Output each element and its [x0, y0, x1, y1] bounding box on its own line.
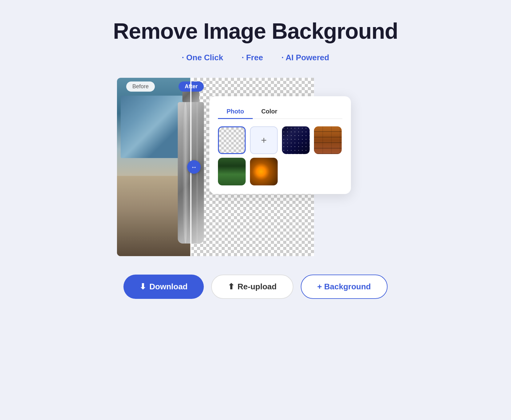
main-content: Before After Photo Color + — [117, 78, 394, 256]
feature-free: · Free — [242, 53, 263, 62]
before-label: Before — [126, 81, 155, 92]
feature-ai: · AI Powered — [281, 53, 329, 62]
bg-thumb-transparent[interactable] — [218, 126, 246, 154]
background-label: + Background — [317, 282, 371, 291]
bg-thumb-bokeh[interactable] — [250, 158, 278, 185]
download-icon: ⬇ — [139, 282, 146, 291]
tab-color[interactable]: Color — [253, 105, 286, 119]
features-row: · One Click · Free · AI Powered — [182, 53, 329, 62]
reupload-button[interactable]: ⬆ Re-upload — [211, 275, 293, 299]
action-buttons: ⬇ Download ⬆ Re-upload + Background — [123, 275, 387, 299]
comparison-handle[interactable] — [187, 160, 201, 174]
reupload-label: Re-upload — [238, 282, 277, 291]
download-button[interactable]: ⬇ Download — [123, 275, 203, 299]
thumbnail-grid-row2 — [218, 158, 342, 185]
thumbnail-grid-row1: + — [218, 126, 342, 154]
image-comparison: Before After Photo Color + — [117, 78, 265, 256]
reupload-icon: ⬆ — [228, 282, 235, 291]
page-title: Remove Image Background — [113, 18, 398, 44]
bg-thumb-brick[interactable] — [314, 126, 342, 154]
bg-thumb-night-sky[interactable] — [282, 126, 310, 154]
background-panel: Photo Color + — [209, 96, 351, 194]
bg-thumb-add[interactable]: + — [250, 126, 278, 154]
feature-one-click: · One Click — [182, 53, 223, 62]
download-label: Download — [149, 282, 187, 291]
tab-photo[interactable]: Photo — [218, 105, 253, 119]
panel-tabs: Photo Color — [218, 105, 342, 119]
bg-thumb-forest[interactable] — [218, 158, 246, 185]
background-button[interactable]: + Background — [301, 275, 388, 299]
